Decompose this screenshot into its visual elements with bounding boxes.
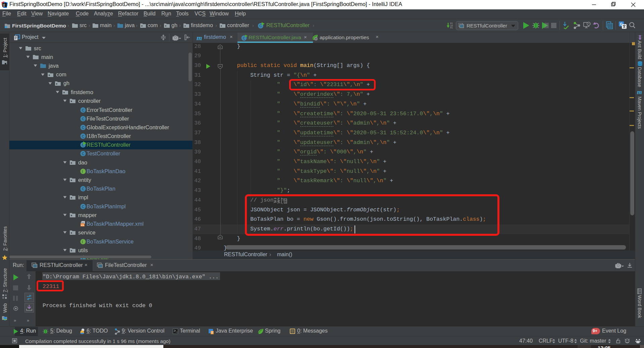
svg-text:C: C — [82, 117, 84, 121]
svg-text:C: C — [82, 126, 84, 129]
svg-text:IJ: IJ — [3, 3, 5, 6]
svg-text:C: C — [260, 24, 262, 28]
svg-text:C: C — [82, 152, 84, 155]
svg-text:C: C — [82, 108, 84, 112]
svg-text:C: C — [82, 187, 84, 191]
svg-text:C: C — [243, 37, 245, 40]
svg-text:01: 01 — [450, 27, 453, 29]
svg-text:I: I — [82, 169, 83, 173]
svg-text:C: C — [82, 205, 84, 208]
svg-text:C: C — [82, 135, 84, 138]
svg-text:I: I — [82, 240, 83, 243]
svg-text:<>: <> — [81, 224, 85, 227]
